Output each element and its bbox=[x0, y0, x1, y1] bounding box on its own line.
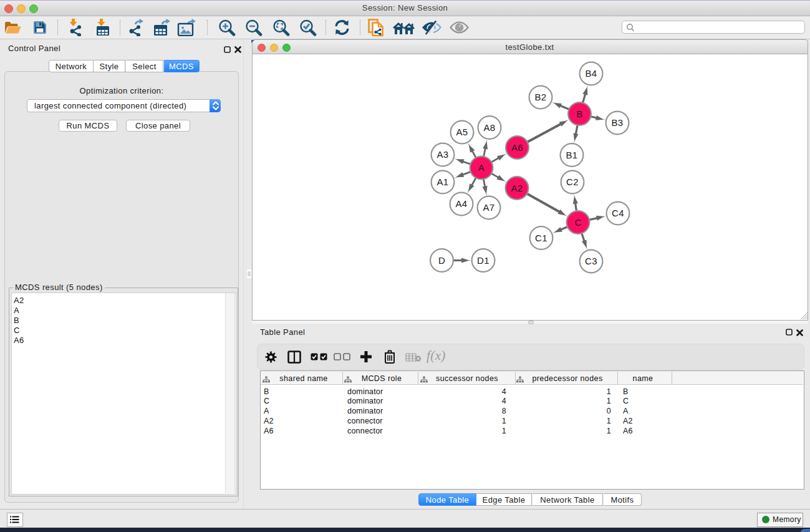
svg-text:A4: A4 bbox=[455, 198, 467, 209]
svg-text:D1: D1 bbox=[477, 255, 489, 266]
svg-text:A5: A5 bbox=[456, 127, 468, 137]
svg-text:A2: A2 bbox=[511, 183, 523, 193]
svg-text:A1: A1 bbox=[436, 177, 448, 187]
svg-text:C1: C1 bbox=[535, 233, 547, 243]
svg-text:C: C bbox=[574, 217, 581, 228]
svg-text:B4: B4 bbox=[585, 68, 597, 79]
svg-text:B1: B1 bbox=[566, 150, 577, 160]
svg-text:A3: A3 bbox=[436, 149, 448, 160]
svg-text:C4: C4 bbox=[612, 208, 624, 218]
svg-text:A7: A7 bbox=[483, 202, 494, 213]
svg-text:A8: A8 bbox=[483, 122, 495, 133]
svg-text:B2: B2 bbox=[534, 92, 546, 102]
svg-text:B3: B3 bbox=[611, 117, 623, 128]
svg-text:D: D bbox=[438, 255, 445, 266]
svg-text:A6: A6 bbox=[511, 142, 523, 153]
svg-text:A: A bbox=[478, 162, 485, 173]
svg-text:C2: C2 bbox=[566, 177, 579, 187]
svg-text:C3: C3 bbox=[585, 256, 597, 266]
svg-text:B: B bbox=[576, 109, 582, 119]
